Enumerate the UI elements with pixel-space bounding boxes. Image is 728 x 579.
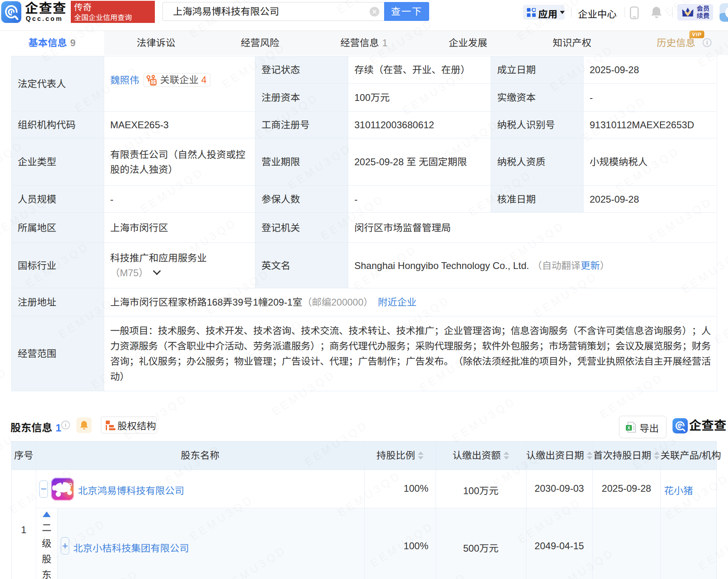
svg-text:X: X	[627, 425, 631, 430]
svg-text:企: 企	[151, 78, 156, 85]
